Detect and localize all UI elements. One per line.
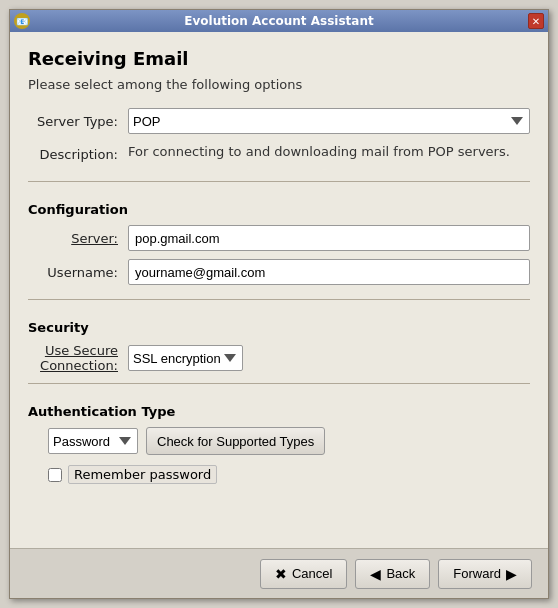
- back-icon: ◀: [370, 566, 381, 582]
- server-type-row: Server Type: POP IMAP Local delivery MH-…: [28, 108, 530, 134]
- titlebar: 📧 Evolution Account Assistant ✕: [10, 10, 548, 32]
- forward-button[interactable]: Forward ▶: [438, 559, 532, 589]
- auth-type-row: Password APOP Kerberos 5 NTLM None Check…: [48, 427, 530, 455]
- back-label: Back: [386, 566, 415, 581]
- divider-3: [28, 383, 530, 384]
- back-button[interactable]: ◀ Back: [355, 559, 430, 589]
- username-row: Username:: [28, 259, 530, 285]
- forward-label: Forward: [453, 566, 501, 581]
- secure-connection-row: Use Secure Connection: No encryption TLS…: [28, 343, 530, 373]
- close-button[interactable]: ✕: [528, 13, 544, 29]
- server-type-label: Server Type:: [28, 114, 128, 129]
- description-row: Description: For connecting to and downl…: [28, 142, 530, 167]
- check-supported-types-button[interactable]: Check for Supported Types: [146, 427, 325, 455]
- description-text: For connecting to and downloading mail f…: [128, 142, 530, 167]
- cancel-label: Cancel: [292, 566, 332, 581]
- server-input[interactable]: [128, 225, 530, 251]
- subtitle-text: Please select among the following option…: [28, 77, 530, 92]
- main-window: 📧 Evolution Account Assistant ✕ Receivin…: [9, 9, 549, 599]
- security-heading: Security: [28, 320, 530, 335]
- use-secure-label: Use Secure Connection:: [28, 343, 128, 373]
- configuration-heading: Configuration: [28, 202, 530, 217]
- username-label: Username:: [28, 265, 128, 280]
- remember-checkbox[interactable]: [48, 468, 62, 482]
- window-icon: 📧: [14, 13, 30, 29]
- server-label: Server:: [28, 231, 128, 246]
- forward-icon: ▶: [506, 566, 517, 582]
- button-bar: ✖ Cancel ◀ Back Forward ▶: [10, 548, 548, 598]
- window-title: Evolution Account Assistant: [30, 14, 528, 28]
- cancel-icon: ✖: [275, 566, 287, 582]
- spacer: [28, 484, 530, 532]
- use-secure-select[interactable]: No encryption TLS encryption SSL encrypt…: [128, 345, 243, 371]
- remember-row: Remember password: [48, 465, 530, 484]
- server-type-select[interactable]: POP IMAP Local delivery MH-format mail d…: [128, 108, 530, 134]
- server-row: Server:: [28, 225, 530, 251]
- auth-heading: Authentication Type: [28, 404, 530, 419]
- auth-type-select[interactable]: Password APOP Kerberos 5 NTLM None: [48, 428, 138, 454]
- username-input[interactable]: [128, 259, 530, 285]
- description-label: Description:: [28, 147, 128, 162]
- content-area: Receiving Email Please select among the …: [10, 32, 548, 548]
- cancel-button[interactable]: ✖ Cancel: [260, 559, 347, 589]
- page-title: Receiving Email: [28, 48, 530, 69]
- divider-2: [28, 299, 530, 300]
- remember-label: Remember password: [68, 465, 217, 484]
- divider-1: [28, 181, 530, 182]
